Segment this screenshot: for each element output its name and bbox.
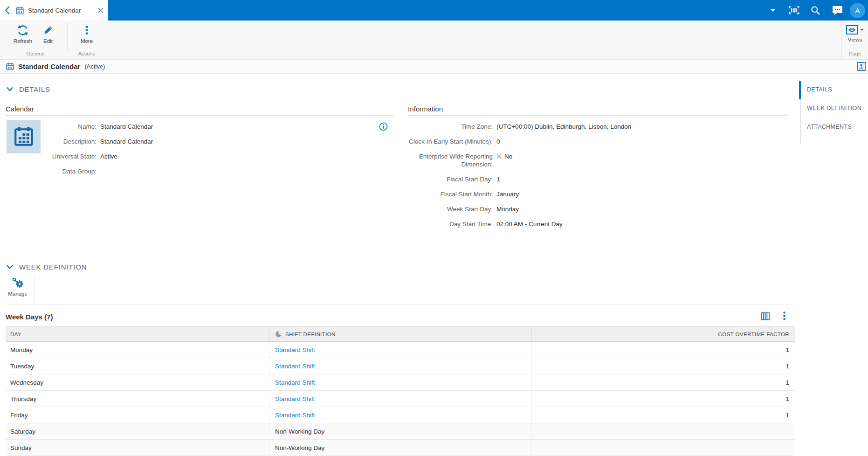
refresh-button[interactable]: Refresh — [10, 21, 35, 51]
toolbar-divider — [34, 277, 34, 302]
tab-close-icon[interactable] — [94, 0, 106, 21]
day-cell: Tuesday — [6, 358, 269, 374]
edit-pencil-icon — [42, 24, 54, 37]
day-cell: Saturday — [6, 423, 269, 439]
x-icon — [496, 154, 502, 159]
nav-item-attachments[interactable]: ATTACHMENTS — [807, 124, 861, 131]
table-row-sunday[interactable]: Sunday Non-Working Day — [6, 440, 795, 456]
nav-item-details[interactable]: DETAILS — [807, 86, 861, 93]
nav-item-week-definition[interactable]: WEEK DEFINITION — [807, 105, 861, 112]
record-title: Standard Calendar — [18, 62, 80, 70]
column-header-shift-definition[interactable]: SHIFT DEFINITION — [269, 327, 531, 341]
chat-icon — [832, 6, 843, 15]
field-value: Standard Calendar — [100, 138, 153, 145]
chevron-left-icon — [5, 6, 10, 14]
shift-definition-cell: Non-Working Day — [269, 423, 531, 439]
table-row-tuesday[interactable]: Tuesday Standard Shift 1 — [6, 358, 795, 374]
day-cell: Sunday — [6, 440, 269, 456]
day-cell: Monday — [6, 342, 269, 358]
week-definition-section-title: WEEK DEFINITION — [19, 263, 87, 271]
divider — [408, 115, 788, 116]
shift-definition-text: Non-Working Day — [275, 444, 324, 451]
week-definition-section-header[interactable]: WEEK DEFINITION — [7, 263, 87, 271]
calendar-large-icon — [13, 126, 34, 148]
field-value: (UTC+00:00) Dublin, Edinburgh, Lisbon, L… — [496, 123, 631, 131]
field-value-text: No — [504, 152, 512, 160]
top-bar: Standard Calendar — [0, 0, 868, 21]
record-status: (Active) — [84, 63, 105, 70]
shift-definition-link[interactable]: Standard Shift — [275, 379, 315, 386]
chat-button[interactable] — [827, 0, 848, 21]
app-window: Standard Calendar — [0, 0, 868, 456]
field-value: Monday — [496, 205, 519, 213]
column-settings-button[interactable] — [760, 311, 770, 321]
ribbon-left: Refresh Edit General — [4, 21, 106, 60]
caret-down-icon — [771, 9, 775, 12]
shift-definition-cell: Standard Shift — [269, 342, 531, 358]
shift-definition-cell: Standard Shift — [269, 358, 531, 374]
details-section-title: DETAILS — [19, 85, 50, 93]
week-days-table: DAY SHIFT DEFINITION COST OVERTIME FACTO… — [6, 326, 795, 456]
calendar-image — [7, 120, 41, 153]
field-label: Fiscal Start Month: — [353, 190, 493, 198]
shift-definition-link[interactable]: Standard Shift — [275, 412, 315, 419]
avatar[interactable]: A — [850, 3, 865, 18]
ribbon-group-label-page: Page — [849, 51, 861, 60]
cost-overtime-cell: 1 — [531, 407, 795, 423]
table-more-button[interactable] — [780, 310, 788, 322]
refresh-icon — [17, 24, 29, 37]
expand-panel-button[interactable] — [857, 62, 866, 71]
column-header-day[interactable]: DAY — [6, 327, 269, 341]
field-value: 02:00 AM - Current Day — [496, 220, 563, 228]
cost-overtime-cell: 1 — [531, 358, 795, 374]
field-label: Universal State: — [49, 152, 96, 160]
field-label: Data Group: — [49, 167, 96, 175]
field-label: Time Zone: — [353, 123, 493, 131]
caret-down-icon — [860, 29, 864, 31]
table-row-monday[interactable]: Monday Standard Shift 1 — [6, 342, 795, 358]
barcode-icon — [789, 6, 799, 14]
tab-strip: Standard Calendar — [0, 0, 108, 21]
tab-standard-calendar[interactable]: Standard Calendar — [14, 0, 108, 21]
ribbon-toolbar: Refresh Edit General — [0, 21, 868, 60]
more-button[interactable]: More — [74, 21, 99, 51]
field-value: Active — [100, 152, 117, 160]
column-header-cost-overtime-factor[interactable]: COST OVERTIME FACTOR — [531, 327, 795, 341]
tab-title: Standard Calendar — [28, 7, 90, 14]
table-row-saturday[interactable]: Saturday Non-Working Day — [6, 423, 795, 440]
week-days-table-title: Week Days (7) — [6, 313, 53, 321]
cost-overtime-cell — [531, 423, 795, 439]
views-button[interactable] — [846, 25, 864, 35]
field-row: Time Zone: (UTC+00:00) Dublin, Edinburgh… — [353, 123, 698, 131]
more-kebab-icon — [85, 24, 88, 37]
back-button[interactable] — [0, 0, 14, 21]
table-row-friday[interactable]: Friday Standard Shift 1 — [6, 407, 795, 423]
field-value: 1 — [496, 175, 500, 183]
field-row: Description: Standard Calendar — [49, 138, 347, 145]
field-value: Standard Calendar — [100, 123, 153, 131]
table-row-wednesday[interactable]: Wednesday Standard Shift 1 — [6, 374, 795, 391]
field-row: Day Start Time: 02:00 AM - Current Day — [353, 220, 698, 228]
search-icon — [811, 6, 820, 15]
calendar-icon — [6, 62, 14, 70]
barcode-scan-button[interactable] — [783, 0, 805, 21]
shift-definition-link[interactable]: Standard Shift — [275, 346, 315, 353]
ribbon-group-label-general: General — [26, 51, 44, 60]
details-section-header[interactable]: DETAILS — [7, 85, 50, 93]
day-cell: Wednesday — [6, 374, 269, 390]
ribbon-group-label-actions: Actions — [78, 51, 95, 60]
views-label: Views — [848, 37, 862, 42]
shift-definition-link[interactable]: Standard Shift — [275, 395, 315, 402]
manage-label: Manage — [8, 291, 28, 297]
cost-overtime-cell: 1 — [531, 374, 795, 390]
table-row-thursday[interactable]: Thursday Standard Shift 1 — [6, 391, 795, 407]
edit-button[interactable]: Edit — [35, 21, 61, 51]
shift-definition-link[interactable]: Standard Shift — [275, 363, 315, 370]
divider — [6, 304, 795, 304]
manage-button[interactable]: Manage — [5, 277, 31, 297]
eye-icon — [846, 25, 858, 35]
topbar-dropdown-caret[interactable] — [763, 0, 783, 21]
search-button[interactable] — [805, 0, 826, 21]
field-row: Enterprise Wide Reporting Dimension: No — [353, 152, 698, 168]
information-panel-header: Information — [408, 105, 443, 113]
